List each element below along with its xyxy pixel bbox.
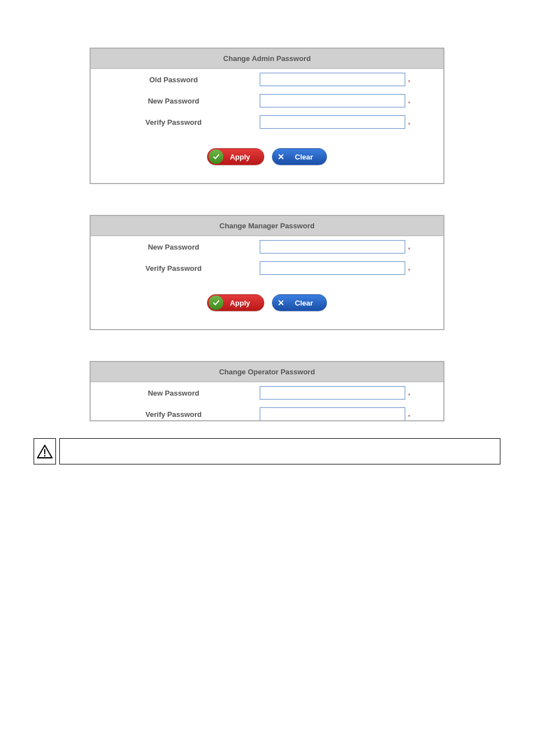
manager-password-panel: Change Manager Password New Password * V… — [90, 215, 444, 330]
admin-password-panel: Change Admin Password Old Password * New… — [90, 48, 444, 184]
operator-verify-password-input[interactable] — [260, 407, 405, 421]
admin-old-password-input[interactable] — [260, 73, 405, 86]
required-mark-icon: * — [408, 393, 410, 399]
admin-button-row: Apply Clear — [91, 133, 443, 183]
manager-new-password-row: New Password * — [91, 236, 443, 257]
required-mark-icon: * — [408, 79, 410, 86]
clear-button[interactable]: Clear — [272, 148, 327, 165]
apply-button[interactable]: Apply — [207, 294, 264, 311]
check-icon — [209, 149, 223, 164]
apply-button-label: Apply — [224, 299, 264, 307]
required-mark-icon: * — [408, 122, 410, 128]
operator-new-password-input[interactable] — [260, 386, 405, 400]
admin-verify-password-input[interactable] — [260, 115, 405, 129]
admin-panel-title: Change Admin Password — [91, 49, 443, 69]
manager-verify-password-row: Verify Password * — [91, 257, 443, 279]
admin-verify-password-row: Verify Password * — [91, 111, 443, 133]
note-callout — [0, 438, 534, 464]
required-mark-icon: * — [408, 414, 410, 420]
warning-triangle-icon — [36, 444, 53, 459]
x-icon — [274, 149, 288, 164]
clear-button-label: Clear — [289, 299, 327, 307]
manager-panel-title: Change Manager Password — [91, 216, 443, 236]
new-password-label: New Password — [91, 243, 256, 251]
new-password-label: New Password — [91, 97, 256, 105]
required-mark-icon: * — [408, 247, 410, 253]
verify-password-label: Verify Password — [91, 118, 256, 126]
operator-verify-password-row: Verify Password * — [91, 403, 443, 421]
check-icon — [209, 295, 223, 310]
required-mark-icon: * — [408, 101, 410, 107]
manager-button-row: Apply Clear — [91, 279, 443, 329]
svg-point-1 — [44, 455, 46, 457]
manager-new-password-input[interactable] — [260, 240, 405, 253]
required-mark-icon: * — [408, 268, 410, 274]
apply-button[interactable]: Apply — [207, 148, 264, 165]
verify-password-label: Verify Password — [91, 410, 256, 419]
admin-new-password-row: New Password * — [91, 90, 443, 111]
page-wrapper: Change Admin Password Old Password * New… — [0, 0, 534, 421]
new-password-label: New Password — [91, 389, 256, 397]
note-text — [59, 438, 500, 464]
old-password-label: Old Password — [91, 76, 256, 84]
clear-button-label: Clear — [289, 153, 327, 161]
admin-new-password-input[interactable] — [260, 94, 405, 107]
operator-panel-title: Change Operator Password — [91, 362, 443, 382]
x-icon — [274, 295, 288, 310]
apply-button-label: Apply — [224, 153, 264, 161]
operator-new-password-row: New Password * — [91, 382, 443, 403]
verify-password-label: Verify Password — [91, 264, 256, 273]
manager-verify-password-input[interactable] — [260, 261, 405, 275]
clear-button[interactable]: Clear — [272, 294, 327, 311]
operator-password-panel: Change Operator Password New Password * … — [90, 361, 444, 421]
admin-old-password-row: Old Password * — [91, 69, 443, 90]
warning-icon-cell — [34, 438, 56, 464]
